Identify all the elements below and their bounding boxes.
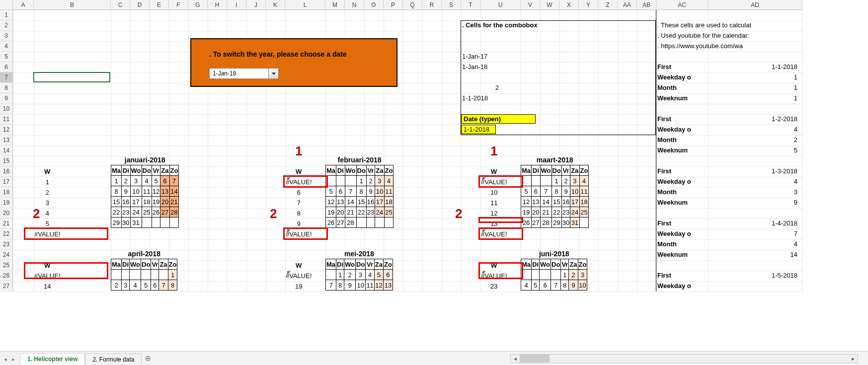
annotation-number: 2	[270, 206, 277, 221]
calc-value: 5	[708, 146, 797, 154]
calc-value: 4	[708, 240, 797, 248]
row-header-27[interactable]: 27	[0, 281, 12, 292]
scroll-left-icon[interactable]: ◄	[511, 355, 520, 363]
note-text: . These cells are used to calculat	[657, 21, 751, 29]
calc-value: 3	[708, 188, 797, 196]
calc-value: 1	[708, 94, 797, 102]
col-header-AB[interactable]: AB	[637, 0, 656, 9]
row-header-14[interactable]: 14	[0, 146, 12, 156]
col-header-Y[interactable]: Y	[579, 0, 598, 9]
calc-value: 1-3-2018	[708, 167, 797, 175]
row-headers: 1234567891011121314151617181920212223242…	[0, 10, 13, 292]
spreadsheet-app: ABCDEFGHIJKLMNOPQRSTUVWXYZAAABACAD 12345…	[0, 0, 868, 365]
row-header-24[interactable]: 24	[0, 250, 12, 260]
col-header-T[interactable]: T	[461, 0, 480, 9]
calc-label: Month	[657, 136, 677, 144]
scroll-right-icon[interactable]: ►	[849, 355, 858, 363]
selected-cell[interactable]	[33, 72, 110, 82]
row-header-25[interactable]: 25	[0, 260, 12, 271]
calc-value: 1-2-2018	[708, 115, 797, 123]
row-header-8[interactable]: 8	[0, 83, 12, 93]
col-header-Q[interactable]: Q	[403, 0, 422, 9]
calc-label: Weeknum	[657, 94, 688, 102]
row-header-16[interactable]: 16	[0, 166, 12, 177]
col-header-E[interactable]: E	[150, 0, 169, 9]
col-header-I[interactable]: I	[227, 0, 246, 9]
select-all-corner[interactable]	[0, 0, 13, 9]
row-header-26[interactable]: 26	[0, 271, 12, 281]
row-header-4[interactable]: 4	[0, 41, 12, 52]
error-indicator-icon	[287, 229, 291, 233]
col-header-O[interactable]: O	[364, 0, 384, 9]
row-header-17[interactable]: 17	[0, 177, 12, 187]
combobox-title: . Cells for the combobox	[462, 21, 538, 29]
note-text: . Used youtube for the calendar:	[657, 32, 749, 39]
chevron-down-icon[interactable]	[268, 69, 278, 78]
sheet-tab-bar: ◄ ► 1. Helicopter view 2. Formule data ⊕…	[0, 351, 868, 365]
col-header-D[interactable]: D	[130, 0, 150, 9]
col-header-J[interactable]: J	[246, 0, 266, 9]
col-header-U[interactable]: U	[480, 0, 521, 9]
calc-value: 1	[708, 73, 797, 81]
col-header-AC[interactable]: AC	[656, 0, 708, 9]
row-header-13[interactable]: 13	[0, 135, 12, 146]
col-header-G[interactable]: G	[188, 0, 208, 9]
row-header-10[interactable]: 10	[0, 104, 12, 114]
col-header-AD[interactable]: AD	[708, 0, 802, 9]
year-switch-panel: . To switch the year, please choose a da…	[190, 38, 397, 87]
row-header-22[interactable]: 22	[0, 229, 12, 239]
row-header-21[interactable]: 21	[0, 219, 12, 229]
annotation-box	[478, 262, 523, 279]
col-header-P[interactable]: P	[384, 0, 403, 9]
col-header-N[interactable]: N	[345, 0, 364, 9]
tab-formule-data[interactable]: 2. Formule data	[85, 354, 142, 365]
tab-helicopter-view[interactable]: 1. Helicopter view	[20, 353, 85, 365]
col-header-F[interactable]: F	[169, 0, 188, 9]
year-combobox-value: 1-Jan-18	[210, 70, 268, 77]
col-header-Z[interactable]: Z	[598, 0, 618, 9]
col-header-L[interactable]: L	[285, 0, 325, 9]
row-header-2[interactable]: 2	[0, 20, 12, 31]
col-header-K[interactable]: K	[266, 0, 285, 9]
grid-area[interactable]: . To switch the year, please choose a da…	[13, 10, 868, 345]
col-header-M[interactable]: M	[325, 0, 345, 9]
row-header-23[interactable]: 23	[0, 239, 12, 250]
year-combobox[interactable]: 1-Jan-18	[209, 68, 279, 79]
col-header-AA[interactable]: AA	[618, 0, 637, 9]
row-header-19[interactable]: 19	[0, 198, 12, 208]
calc-label: Month	[657, 188, 677, 196]
date-typen-value[interactable]: 1-1-2018	[461, 125, 496, 134]
col-header-W[interactable]: W	[540, 0, 559, 9]
col-header-H[interactable]: H	[208, 0, 227, 9]
calc-value: 4	[708, 126, 797, 133]
scroll-thumb[interactable]	[520, 355, 550, 363]
annotation-number: 1	[295, 144, 302, 159]
cell-value: 1-Jan-17	[462, 53, 487, 60]
row-header-11[interactable]: 11	[0, 114, 12, 125]
col-header-X[interactable]: X	[559, 0, 579, 9]
row-header-5[interactable]: 5	[0, 52, 12, 62]
separator	[656, 10, 656, 292]
row-header-7[interactable]: 7	[0, 73, 12, 83]
row-header-6[interactable]: 6	[0, 62, 12, 73]
tab-prev-icon[interactable]: ◄	[2, 354, 9, 364]
col-header-B[interactable]: B	[34, 0, 111, 9]
row-header-20[interactable]: 20	[0, 208, 12, 219]
col-header-C[interactable]: C	[111, 0, 130, 9]
row-header-12[interactable]: 12	[0, 125, 12, 135]
horizontal-scrollbar[interactable]: ◄ ►	[510, 354, 858, 363]
add-sheet-button[interactable]: ⊕	[142, 353, 154, 364]
row-header-1[interactable]: 1	[0, 10, 12, 20]
column-headers: ABCDEFGHIJKLMNOPQRSTUVWXYZAAABACAD	[0, 0, 802, 10]
col-header-A[interactable]: A	[13, 0, 34, 9]
annotation-box	[478, 217, 523, 223]
row-header-15[interactable]: 15	[0, 156, 12, 166]
col-header-R[interactable]: R	[422, 0, 442, 9]
row-header-9[interactable]: 9	[0, 93, 12, 104]
col-header-V[interactable]: V	[521, 0, 540, 9]
row-header-3[interactable]: 3	[0, 31, 12, 41]
calc-label: First	[657, 219, 671, 227]
tab-next-icon[interactable]: ►	[10, 354, 17, 364]
row-header-18[interactable]: 18	[0, 187, 12, 198]
col-header-S[interactable]: S	[442, 0, 461, 9]
